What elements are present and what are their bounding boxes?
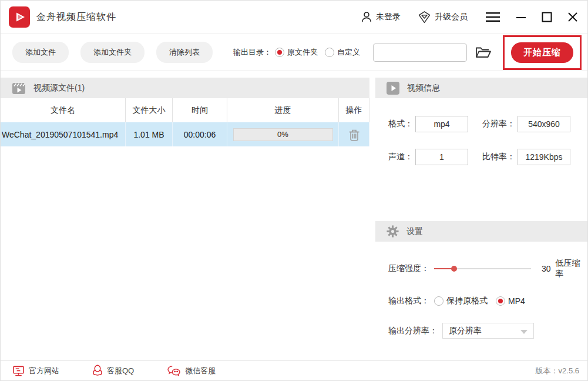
row-filename: WeChat_20190507101541.mp4 [1, 122, 126, 146]
source-panel-title: 视频源文件(1) [33, 83, 85, 93]
output-format-row: 输出格式： 保持原格式 MP4 [375, 296, 587, 306]
channels-label: 声道： [388, 152, 413, 162]
strength-value: 30 [542, 264, 551, 273]
resolution-label: 分辨率： [482, 119, 515, 129]
output-path-input[interactable] [373, 44, 467, 62]
wechat-icon [167, 365, 181, 377]
menu-button[interactable] [485, 11, 500, 23]
qq-support-link[interactable]: 客服QQ [92, 365, 134, 377]
compression-strength-row: 压缩强度： 30 低压缩率 [375, 258, 587, 279]
resolution-select[interactable]: 原分辨率 [442, 323, 534, 339]
app-title: 金舟视频压缩软件 [36, 11, 116, 24]
settings-header: 设置 [375, 221, 587, 242]
col-operation: 操作 [339, 98, 369, 122]
close-button[interactable] [567, 12, 578, 22]
video-info-title: 视频信息 [407, 83, 440, 93]
delete-icon[interactable] [348, 128, 360, 141]
table-header: 文件名 文件大小 时间 进度 操作 [1, 98, 369, 122]
output-format-label: 输出格式： [388, 296, 429, 306]
version-label: 版本：v2.5.6 [536, 366, 579, 376]
app-window: 金舟视频压缩软件 未登录 升级会员 [0, 0, 588, 381]
source-panel-header: 视频源文件(1) [1, 78, 369, 98]
radio-mp4[interactable]: MP4 [496, 296, 525, 306]
official-website-link[interactable]: 官方网站 [12, 365, 59, 377]
source-file-panel: 视频源文件(1) 文件名 文件大小 时间 进度 操作 WeChat_201905… [1, 78, 369, 360]
radio-original-folder-icon[interactable] [275, 48, 284, 57]
col-time: 时间 [173, 98, 227, 122]
login-label: 未登录 [376, 12, 401, 22]
resolution-selected-value: 原分辨率 [449, 326, 482, 336]
table-row[interactable]: WeChat_20190507101541.mp4 1.01 MB 00:00:… [1, 122, 369, 146]
maximize-button[interactable] [542, 12, 552, 22]
app-logo-icon [9, 6, 30, 28]
strength-slider[interactable] [434, 268, 531, 269]
format-value: mp4 [415, 116, 468, 132]
col-progress: 进度 [227, 98, 339, 122]
toolbar: 添加文件 添加文件夹 清除列表 输出目录： 原文件夹 自定义 开始压缩 [1, 34, 587, 71]
titlebar: 金舟视频压缩软件 未登录 升级会员 [1, 1, 587, 34]
start-compress-highlight: 开始压缩 [503, 35, 582, 70]
info-row-1: 格式： mp4 分辨率： 540x960 [375, 116, 587, 132]
radio-original-folder[interactable]: 原文件夹 [275, 47, 318, 58]
minimize-button[interactable] [516, 12, 526, 22]
row-progress-cell: 0% [227, 122, 339, 146]
film-icon [11, 81, 26, 96]
radio-keep-original-icon[interactable] [434, 296, 443, 306]
bitrate-value: 1219Kbps [518, 149, 570, 165]
output-resolution-row: 输出分辨率： 原分辨率 [375, 323, 587, 339]
channels-value: 1 [415, 149, 468, 165]
radio-keep-original-format[interactable]: 保持原格式 [434, 296, 488, 306]
strength-label: 压缩强度： [388, 263, 429, 274]
output-dir-label: 输出目录： [233, 47, 271, 58]
user-icon [360, 10, 373, 24]
row-operation-cell [339, 122, 369, 146]
chevron-down-icon [520, 330, 527, 334]
upgrade-label: 升级会员 [435, 12, 468, 22]
add-file-button[interactable]: 添加文件 [12, 42, 69, 63]
video-info-header: 视频信息 [375, 78, 587, 98]
radio-custom-icon[interactable] [325, 48, 334, 57]
row-filesize: 1.01 MB [126, 122, 173, 146]
progress-bar: 0% [233, 128, 333, 141]
gem-icon [417, 10, 432, 24]
start-compress-button[interactable]: 开始压缩 [511, 42, 573, 63]
output-resolution-label: 输出分辨率： [388, 326, 438, 336]
clear-list-button[interactable]: 清除列表 [156, 42, 213, 63]
right-panel: 视频信息 格式： mp4 分辨率： 540x960 声道： 1 比特率： 121… [375, 78, 587, 360]
footer: 官方网站 客服QQ 微信客服 版本： [1, 360, 587, 380]
settings-title: 设置 [406, 226, 423, 237]
qq-icon [92, 365, 103, 377]
info-row-2: 声道： 1 比特率： 1219Kbps [375, 149, 587, 165]
radio-mp4-icon[interactable] [496, 296, 505, 306]
col-filesize: 文件大小 [126, 98, 173, 122]
resolution-value: 540x960 [518, 116, 570, 132]
bitrate-label: 比特率： [482, 152, 515, 162]
gear-icon [386, 225, 399, 238]
main-content: 视频源文件(1) 文件名 文件大小 时间 进度 操作 WeChat_201905… [1, 71, 587, 360]
wechat-support-link[interactable]: 微信客服 [167, 365, 216, 377]
slider-knob[interactable] [451, 266, 457, 272]
video-play-icon [386, 81, 400, 95]
format-label: 格式： [388, 119, 413, 129]
monitor-icon [12, 365, 25, 377]
col-filename: 文件名 [1, 98, 126, 122]
strength-desc: 低压缩率 [556, 258, 587, 279]
browse-folder-icon[interactable] [475, 45, 491, 59]
login-button[interactable]: 未登录 [360, 10, 401, 24]
radio-custom[interactable]: 自定义 [325, 47, 360, 58]
add-folder-button[interactable]: 添加文件夹 [80, 42, 145, 63]
row-time: 00:00:06 [173, 122, 227, 146]
upgrade-member-button[interactable]: 升级会员 [417, 10, 468, 24]
